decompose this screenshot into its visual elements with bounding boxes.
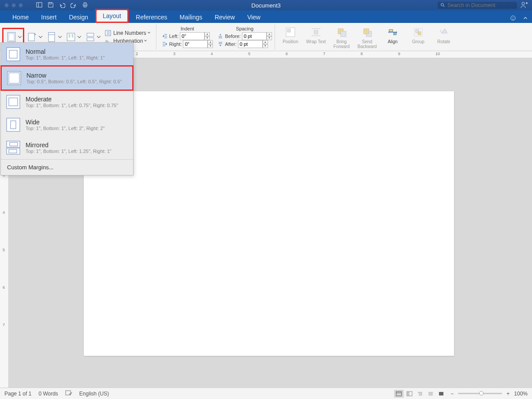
tab-view[interactable]: View <box>241 11 267 23</box>
bring-forward-label: Bring Forward <box>331 39 352 49</box>
search-input[interactable] <box>447 2 513 8</box>
svg-line-7 <box>443 6 445 7</box>
wrap-text-button[interactable]: Wrap Text <box>306 24 326 44</box>
position-button[interactable]: Position <box>280 24 301 44</box>
margin-normal-icon <box>5 46 21 62</box>
margin-desc: Top: 1", Bottom: 1", Left: 2", Right: 2" <box>26 126 105 131</box>
view-mode-buttons <box>394 390 446 398</box>
svg-rect-2 <box>49 2 51 4</box>
share-icon[interactable] <box>521 1 528 10</box>
margin-name: Narrow <box>26 72 122 79</box>
ruler-tick: 7 <box>3 323 5 327</box>
margin-option-narrow[interactable]: NarrowTop: 0.5", Bottom: 0.5", Left: 0.5… <box>0 65 134 91</box>
rotate-label: Rotate <box>437 39 450 44</box>
line-numbers-icon <box>104 30 112 37</box>
indent-right-input[interactable] <box>183 40 208 48</box>
status-language[interactable]: English (US) <box>79 391 109 397</box>
margin-option-wide[interactable]: WideTop: 1", Bottom: 1", Left: 2", Right… <box>1 113 133 136</box>
ruler-tick: 9 <box>398 52 400 56</box>
outline-view[interactable] <box>415 390 425 398</box>
spin-down[interactable]: ▼ <box>205 36 210 40</box>
spacing-before-icon <box>217 33 223 39</box>
chevron-down-icon <box>97 34 100 38</box>
margins-dropdown: NormalTop: 1", Bottom: 1", Left: 1", Rig… <box>0 42 134 175</box>
print-icon[interactable] <box>82 2 88 9</box>
title-bar: Document3 <box>0 0 532 11</box>
zoom-dot[interactable] <box>19 3 23 7</box>
send-backward-button[interactable]: Send Backward <box>357 24 377 49</box>
indent-left-input[interactable] <box>180 32 205 40</box>
margin-option-normal[interactable]: NormalTop: 1", Bottom: 1", Left: 1", Rig… <box>1 43 133 66</box>
highlight-layout-tab: Layout <box>95 9 129 23</box>
minimize-dot[interactable] <box>11 3 16 7</box>
tab-home[interactable]: Home <box>6 11 35 23</box>
status-words[interactable]: 0 Words <box>38 391 58 397</box>
wrap-text-icon <box>310 26 322 38</box>
web-layout-view[interactable] <box>405 390 414 398</box>
spacing-before-input[interactable] <box>242 32 267 40</box>
custom-margins-button[interactable]: Custom Margins... <box>1 159 133 175</box>
zoom-level[interactable]: 100% <box>514 391 528 397</box>
spin-down[interactable]: ▼ <box>208 44 213 48</box>
svg-rect-53 <box>389 30 393 32</box>
svg-rect-64 <box>7 118 20 131</box>
svg-rect-45 <box>314 30 318 34</box>
document-page[interactable] <box>84 91 454 356</box>
align-label: Align <box>388 39 398 44</box>
svg-rect-60 <box>7 71 21 85</box>
search-box[interactable] <box>438 2 517 9</box>
redo-icon[interactable] <box>71 2 77 9</box>
tab-layout[interactable]: Layout <box>97 10 127 22</box>
zoom-thumb[interactable] <box>479 391 484 395</box>
feedback-icon[interactable] <box>510 15 516 23</box>
rotate-button[interactable]: Rotate <box>434 24 454 44</box>
spin-down[interactable]: ▼ <box>263 44 268 48</box>
spin-up[interactable]: ▲ <box>267 32 272 36</box>
tab-mailings[interactable]: Mailings <box>174 11 208 23</box>
bring-forward-icon <box>335 26 348 38</box>
search-icon <box>440 3 446 8</box>
spin-up[interactable]: ▲ <box>205 32 210 36</box>
tab-review[interactable]: Review <box>208 11 241 23</box>
zoom-in-button[interactable]: + <box>506 391 510 397</box>
margin-desc: Top: 1", Bottom: 1", Left: 1", Right: 1" <box>26 55 105 60</box>
bring-forward-button[interactable]: Bring Forward <box>331 24 352 49</box>
draft-view[interactable] <box>426 390 435 398</box>
undo-icon[interactable] <box>59 2 65 9</box>
svg-rect-4 <box>84 2 86 4</box>
spin-down[interactable]: ▼ <box>267 36 272 40</box>
focus-view[interactable] <box>436 390 446 398</box>
line-numbers-label: Line Numbers <box>113 30 146 36</box>
zoom-out-button[interactable]: − <box>450 391 454 397</box>
spellcheck-icon[interactable] <box>65 390 72 397</box>
ruler-tick: 4 <box>211 52 213 56</box>
group-button[interactable]: Group <box>408 24 428 44</box>
save-icon[interactable] <box>48 2 54 9</box>
svg-point-8 <box>522 2 525 5</box>
window-layout-icon[interactable] <box>36 2 42 9</box>
spin-up[interactable]: ▲ <box>263 40 268 44</box>
tab-references[interactable]: References <box>130 11 174 23</box>
status-page[interactable]: Page 1 of 1 <box>4 391 31 397</box>
collapse-ribbon-icon[interactable] <box>522 15 528 23</box>
ruler-tick: 6 <box>286 52 288 56</box>
align-icon <box>387 26 399 38</box>
line-numbers-button[interactable]: Line Numbers <box>104 30 150 37</box>
svg-point-13 <box>513 17 514 18</box>
tab-insert[interactable]: Insert <box>35 11 63 23</box>
zoom-slider[interactable] <box>458 393 502 394</box>
align-button[interactable]: Align <box>383 24 403 44</box>
spin-up[interactable]: ▲ <box>208 40 213 44</box>
margin-option-moderate[interactable]: ModerateTop: 1", Bottom: 1", Left: 0.75"… <box>1 90 133 113</box>
tab-design[interactable]: Design <box>63 11 94 23</box>
print-layout-view[interactable] <box>394 390 404 398</box>
margin-name: Normal <box>26 48 105 55</box>
spacing-after-input[interactable] <box>238 40 263 48</box>
margin-option-mirrored[interactable]: MirroredTop: 1", Bottom: 1", Left: 1.25"… <box>1 136 133 159</box>
ruler-tick: 5 <box>248 52 250 56</box>
svg-rect-44 <box>287 29 290 32</box>
svg-point-12 <box>512 17 513 18</box>
margin-desc: Top: 1", Bottom: 1", Left: 0.75", Right:… <box>26 103 118 108</box>
ruler-tick: 7 <box>323 52 325 56</box>
close-dot[interactable] <box>4 3 9 7</box>
